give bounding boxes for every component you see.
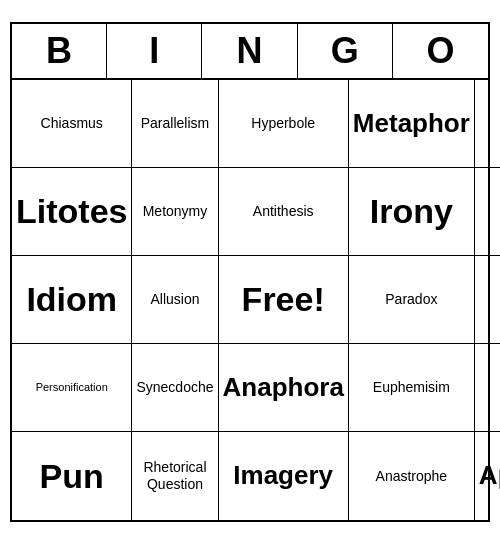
bingo-cell-23: Anastrophe <box>349 432 475 520</box>
bingo-cell-8: Irony <box>349 168 475 256</box>
bingo-cell-2: Hyperbole <box>219 80 349 168</box>
cell-text-8: Irony <box>370 191 453 232</box>
header-letter-i: I <box>107 24 202 78</box>
cell-text-6: Metonymy <box>143 203 208 220</box>
cell-text-22: Imagery <box>233 460 333 491</box>
bingo-cell-15: Personification <box>12 344 132 432</box>
bingo-header: BINGO <box>12 24 488 80</box>
cell-text-11: Allusion <box>150 291 199 308</box>
bingo-cell-18: Euphemisim <box>349 344 475 432</box>
bingo-cell-11: Allusion <box>132 256 218 344</box>
cell-text-12: Free! <box>242 279 325 320</box>
header-letter-o: O <box>393 24 488 78</box>
cell-text-15: Personification <box>36 381 108 394</box>
cell-text-3: Metaphor <box>353 108 470 139</box>
bingo-cell-20: Pun <box>12 432 132 520</box>
bingo-cell-21: Rhetorical Question <box>132 432 218 520</box>
bingo-cell-7: Antithesis <box>219 168 349 256</box>
bingo-cell-13: Paradox <box>349 256 475 344</box>
bingo-cell-14: Ephiphora <box>475 256 500 344</box>
bingo-cell-6: Metonymy <box>132 168 218 256</box>
bingo-cell-3: Metaphor <box>349 80 475 168</box>
cell-text-5: Litotes <box>16 191 127 232</box>
cell-text-18: Euphemisim <box>373 379 450 396</box>
bingo-cell-1: Parallelism <box>132 80 218 168</box>
bingo-cell-0: Chiasmus <box>12 80 132 168</box>
cell-text-2: Hyperbole <box>251 115 315 132</box>
cell-text-21: Rhetorical Question <box>136 459 213 493</box>
cell-text-16: Synecdoche <box>136 379 213 396</box>
bingo-cell-24: Apostrophe <box>475 432 500 520</box>
cell-text-17: Anaphora <box>223 372 344 403</box>
cell-text-20: Pun <box>40 456 104 497</box>
header-letter-g: G <box>298 24 393 78</box>
cell-text-13: Paradox <box>385 291 437 308</box>
bingo-cell-16: Synecdoche <box>132 344 218 432</box>
bingo-cell-4: Asyndeton <box>475 80 500 168</box>
header-letter-b: B <box>12 24 107 78</box>
bingo-cell-22: Imagery <box>219 432 349 520</box>
header-letter-n: N <box>202 24 297 78</box>
bingo-cell-5: Litotes <box>12 168 132 256</box>
cell-text-0: Chiasmus <box>41 115 103 132</box>
cell-text-7: Antithesis <box>253 203 314 220</box>
bingo-grid: ChiasmusParallelismHyperboleMetaphorAsyn… <box>12 80 488 520</box>
bingo-cell-17: Anaphora <box>219 344 349 432</box>
bingo-cell-10: Idiom <box>12 256 132 344</box>
cell-text-23: Anastrophe <box>376 468 448 485</box>
bingo-cell-19: Cliche <box>475 344 500 432</box>
bingo-card: BINGO ChiasmusParallelismHyperboleMetaph… <box>10 22 490 522</box>
cell-text-1: Parallelism <box>141 115 209 132</box>
bingo-cell-9: Oxymoron <box>475 168 500 256</box>
cell-text-24: Apostrophe <box>479 460 500 491</box>
bingo-cell-12: Free! <box>219 256 349 344</box>
cell-text-10: Idiom <box>26 279 117 320</box>
